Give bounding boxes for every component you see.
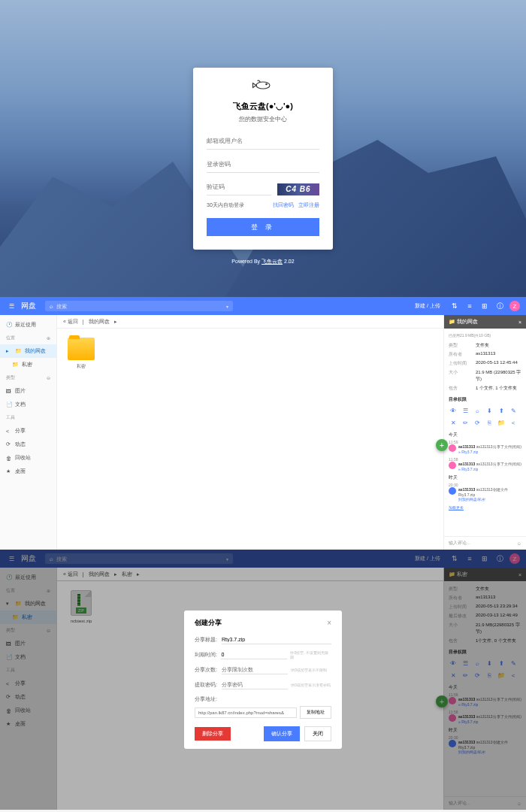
comment-input[interactable]: 输入评论... ☺ [444,536,526,550]
perm-edit-icon[interactable]: ✎ [509,406,518,415]
perm-download-icon[interactable]: ⬇ [485,406,494,415]
register-link[interactable]: 立即注册 [298,202,319,208]
detail-header: 📁 我的网盘 × [444,315,526,329]
perm-delete-icon[interactable]: ✕ [449,418,458,427]
fab-button[interactable]: + [436,439,448,451]
list-view-icon[interactable]: ≡ [464,301,475,311]
captcha-image[interactable]: C4 B6 [277,183,319,195]
folder-label: 私密 [66,363,96,370]
auto-login-checkbox[interactable]: 30天内自动登录 [207,201,244,209]
perm-search-icon[interactable]: ⌕ [473,406,482,415]
main-area: « 返回 | 我的网盘 ▸ 私密 + [57,315,443,550]
emoji-icon[interactable]: ☺ [517,541,521,546]
sidebar-item-recent[interactable]: 🕐最近使用 [0,318,56,332]
logo-fish-icon [207,77,319,95]
password-input[interactable] [222,680,288,689]
search-dropdown-icon[interactable]: ▾ [226,304,228,309]
powered-link[interactable]: 飞鱼云盘 [261,259,283,264]
folder-item[interactable]: 私密 [66,338,96,370]
times-input[interactable] [222,665,288,674]
email-input[interactable] [207,133,319,150]
sidebar-item-private[interactable]: 📁私密 [0,358,56,371]
login-subtitle: 您的数据安全中心 [207,115,319,123]
sidebar-section-location: 位置⊕ [0,332,56,344]
log-today: 今天 [449,432,521,438]
breadcrumb-back[interactable]: « 返回 [63,318,78,326]
password-input[interactable] [207,156,319,173]
login-button[interactable]: 登 录 [207,218,319,236]
login-card: 飞鱼云盘(●'◡'●) 您的数据安全中心 C4 B6 30天内自动登录 找回密码… [193,68,333,250]
log-item: as131313 as131313分享了文件(传阅)» Rty3.7.zip [449,462,521,471]
usage-text: 已使用21.9 MB(共10 GB) [449,333,521,338]
svg-point-0 [256,82,270,89]
search-input[interactable] [56,304,226,309]
log-yesterday: 昨天 [449,474,521,481]
sidebar-section-type: 类型⊖ [0,371,56,384]
fm-header: ☰ 网盘 ⌕ ▾ 新建 / 上传 ⇅ ≡ ⊞ ⓘ Z [0,297,526,315]
confirm-share-button[interactable]: 确认分享 [264,726,300,741]
sidebar: 🕐最近使用 位置⊕ ▸📁我的网盘 📁私密 类型⊖ 🖼图片 📄文档 工具 <分享 … [0,315,57,550]
login-section: 飞鱼云盘(●'◡'●) 您的数据安全中心 C4 B6 30天内自动登录 找回密码… [0,0,526,297]
modal-close-icon[interactable]: × [327,619,331,627]
load-more-link[interactable]: 加载更多 [449,505,464,510]
sidebar-item-activity[interactable]: ⟳动态 [0,438,56,451]
captcha-input[interactable] [207,179,271,195]
share-modal: 创建分享 × 分享标题: 到期时间: 填0留空, 不设置则无限期 分享次数: 填… [184,611,342,749]
modal-overlay[interactable]: 创建分享 × 分享标题: 到期时间: 填0留空, 不设置则无限期 分享次数: 填… [0,550,526,810]
perm-rename-icon[interactable]: ✏ [461,418,470,427]
delete-share-button[interactable]: 删除分享 [195,727,231,741]
sidebar-item-document[interactable]: 📄文档 [0,398,56,411]
sidebar-item-recycle[interactable]: 🗑回收站 [0,451,56,465]
breadcrumb: « 返回 | 我的网盘 ▸ [57,315,443,329]
menu-icon[interactable]: ☰ [6,303,17,310]
svg-point-1 [266,83,268,85]
user-avatar[interactable]: Z [509,301,520,311]
perm-refresh-icon[interactable]: ⟳ [473,418,482,427]
perm-eye-icon[interactable]: 👁 [449,406,458,415]
close-icon[interactable]: × [518,320,521,325]
modal-title: 创建分享 [195,618,222,628]
perm-copy-icon[interactable]: ⎘ [485,418,494,427]
grid-view-icon[interactable]: ⊞ [479,301,490,311]
filemanager-section: ☰ 网盘 ⌕ ▾ 新建 / 上传 ⇅ ≡ ⊞ ⓘ Z 🕐最近使用 位置⊕ ▸📁我… [0,297,526,550]
file-grid[interactable]: 私密 + [57,329,443,550]
powered-by: Powered By 飞鱼云盘 2.02 [0,258,526,265]
folder-icon: 📁 [449,319,455,324]
sidebar-item-image[interactable]: 🖼图片 [0,384,56,398]
info-icon[interactable]: ⓘ [494,301,505,311]
log-item: as131313 as131313创建文件Rty3.7.zip到我的网盘/私密 [449,487,521,502]
login-title: 飞鱼云盘(●'◡'●) [207,101,319,112]
copy-link-button[interactable]: 复制地址 [300,706,331,719]
detail-panel: 📁 我的网盘 × 已使用21.9 MB(共10 GB) 类型文件夹 所有者as1… [443,315,526,550]
sidebar-item-share[interactable]: <分享 [0,424,56,438]
upload-button[interactable]: 新建 / 上传 [410,301,445,311]
log-avatar [449,487,456,495]
filemanager-modal-section: ☰ 网盘 ⌕ ▾ 新建 / 上传 ⇅ ≡ ⊞ ⓘ Z 🕐最近使用 位置⊕ ▾📁我… [0,550,526,810]
perm-upload-icon[interactable]: ⬆ [497,406,506,415]
fm-title: 网盘 [21,301,36,311]
perm-folder-icon[interactable]: 📁 [497,418,506,427]
forgot-password-link[interactable]: 找回密码 [273,202,294,208]
sidebar-item-mydisk[interactable]: ▸📁我的网盘 [0,344,56,358]
perm-icons: 👁☰⌕⬇⬆✎✕✏ ⟳⎘📁< [449,406,521,427]
log-item: as131313 as131313分享了文件(传阅)» Rty3.7.zip [449,444,521,454]
sidebar-item-desktop[interactable]: ★桌面 [0,465,56,478]
perm-section: 目录权限 [449,396,521,403]
perm-list-icon[interactable]: ☰ [461,406,470,415]
perm-share-icon[interactable]: < [509,418,518,427]
sidebar-section-tools: 工具 [0,411,56,424]
breadcrumb-mydisk[interactable]: 我的网盘 [89,318,110,326]
share-title-input[interactable] [222,635,331,644]
search-box[interactable]: ⌕ ▾ [45,301,233,311]
sort-icon[interactable]: ⇅ [449,301,460,311]
close-button[interactable]: 关闭 [304,726,331,741]
expire-input[interactable] [221,650,287,659]
folder-icon [68,338,95,360]
share-link-input[interactable] [195,707,297,718]
search-icon: ⌕ [50,303,53,310]
log-avatar [449,444,456,452]
log-avatar [449,462,456,469]
